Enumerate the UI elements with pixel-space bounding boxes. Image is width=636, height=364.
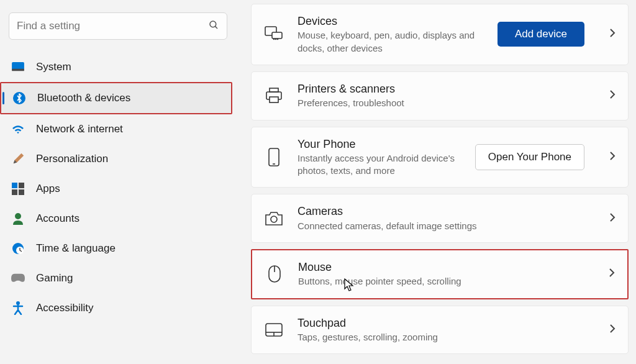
card-title: Devices [298, 14, 484, 29]
globe-clock-icon [11, 242, 25, 255]
chevron-right-icon [609, 28, 616, 40]
svg-point-0 [210, 21, 216, 27]
printer-icon [264, 88, 284, 104]
svg-rect-14 [272, 32, 282, 39]
content-panel: Devices Mouse, keyboard, pen, audio, dis… [236, 0, 636, 364]
sidebar-item-label: Personalization [36, 153, 108, 165]
camera-icon [264, 211, 284, 226]
card-subtitle: Preferences, troubleshoot [298, 97, 584, 109]
svg-rect-21 [269, 148, 279, 166]
add-device-button[interactable]: Add device [497, 22, 584, 47]
sidebar-item-time-language[interactable]: Time & language [0, 234, 236, 263]
chevron-right-icon [609, 151, 616, 163]
sidebar-item-label: Apps [36, 183, 60, 195]
sidebar-item-label: Network & internet [36, 123, 123, 135]
sidebar-item-personalization[interactable]: Personalization [0, 144, 236, 174]
sidebar-item-system[interactable]: System [0, 52, 236, 82]
card-devices[interactable]: Devices Mouse, keyboard, pen, audio, dis… [251, 4, 629, 65]
card-title: Mouse [298, 260, 584, 275]
svg-rect-20 [270, 97, 278, 102]
svg-point-23 [271, 216, 277, 222]
svg-point-15 [274, 39, 275, 40]
card-title: Printers & scanners [298, 82, 584, 96]
svg-point-16 [276, 39, 276, 40]
card-title: Touchpad [298, 316, 584, 330]
chevron-right-icon [609, 324, 616, 336]
sidebar-item-label: Accessibility [36, 302, 94, 314]
sidebar-item-apps[interactable]: Apps [0, 174, 236, 204]
svg-rect-2 [12, 62, 24, 70]
svg-rect-7 [12, 189, 17, 195]
svg-point-9 [15, 213, 21, 219]
wifi-icon [11, 122, 25, 136]
svg-rect-6 [19, 183, 24, 188]
sidebar-item-label: System [36, 61, 71, 73]
sidebar-item-label: Gaming [36, 272, 73, 284]
card-mouse[interactable]: Mouse Buttons, mouse pointer speed, scro… [251, 249, 629, 299]
sidebar-item-label: Time & language [36, 242, 116, 255]
phone-icon [264, 148, 284, 166]
card-touchpad[interactable]: Touchpad Taps, gestures, scrolling, zoom… [251, 306, 629, 355]
svg-rect-8 [19, 189, 24, 195]
sidebar: System Bluetooth & devices Network & int… [0, 0, 236, 364]
card-subtitle: Instantly access your Android device's p… [298, 152, 461, 178]
svg-rect-18 [270, 88, 278, 92]
chevron-right-icon [609, 89, 616, 102]
sidebar-item-accessibility[interactable]: Accessibility [0, 293, 236, 323]
gamepad-icon [11, 271, 25, 285]
sidebar-item-network[interactable]: Network & internet [0, 114, 236, 144]
open-your-phone-button[interactable]: Open Your Phone [475, 144, 584, 170]
card-subtitle: Buttons, mouse pointer speed, scrolling [298, 275, 584, 288]
search-input[interactable] [17, 20, 208, 32]
paintbrush-icon [11, 152, 25, 166]
card-cameras[interactable]: Cameras Connected cameras, default image… [251, 194, 629, 243]
monitor-icon [11, 60, 25, 74]
sidebar-item-bluetooth-devices[interactable]: Bluetooth & devices [1, 83, 231, 113]
sidebar-item-label: Bluetooth & devices [37, 92, 130, 104]
apps-icon [11, 182, 25, 196]
card-title: Your Phone [298, 137, 461, 152]
svg-line-1 [215, 26, 217, 29]
card-printers[interactable]: Printers & scanners Preferences, trouble… [251, 71, 629, 121]
svg-rect-3 [12, 69, 24, 71]
search-input-container[interactable] [9, 12, 227, 40]
touchpad-icon [264, 322, 284, 337]
mouse-icon [265, 265, 284, 283]
person-icon [11, 212, 25, 225]
devices-icon [264, 26, 284, 42]
card-your-phone[interactable]: Your Phone Instantly access your Android… [251, 127, 629, 188]
card-subtitle: Connected cameras, default image setting… [298, 220, 584, 232]
card-title: Cameras [298, 204, 584, 219]
sidebar-item-accounts[interactable]: Accounts [0, 204, 236, 234]
card-subtitle: Mouse, keyboard, pen, audio, displays an… [298, 29, 484, 55]
chevron-right-icon [609, 268, 615, 280]
bluetooth-icon [12, 91, 26, 105]
accessibility-icon [11, 301, 25, 315]
search-icon [208, 19, 219, 33]
sidebar-item-gaming[interactable]: Gaming [0, 263, 236, 293]
svg-rect-5 [12, 183, 17, 188]
card-subtitle: Taps, gestures, scrolling, zooming [298, 331, 584, 344]
svg-point-17 [278, 39, 278, 40]
sidebar-item-label: Accounts [36, 212, 80, 225]
chevron-right-icon [609, 212, 616, 225]
